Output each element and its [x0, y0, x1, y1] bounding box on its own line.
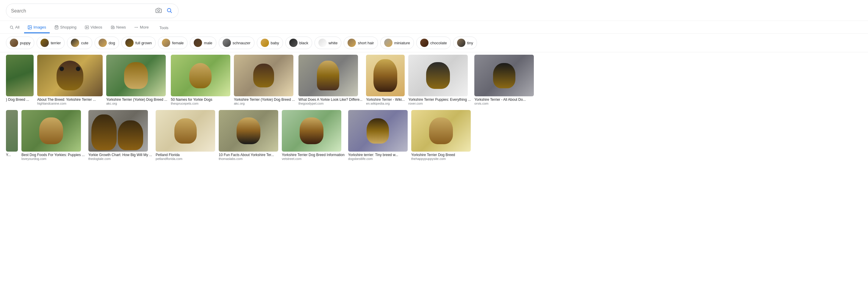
- tab-all[interactable]: All: [6, 22, 23, 33]
- search-submit-button[interactable]: [165, 6, 174, 15]
- search-bar-area: yorkie: [0, 0, 868, 21]
- card-source: petlandflorida.com: [156, 157, 215, 161]
- card-source: thedogtale.com: [88, 157, 152, 161]
- tools-button[interactable]: Tools: [157, 23, 171, 33]
- card-title: Yorkshire Terrier Dog Breed: [411, 153, 471, 157]
- tab-more[interactable]: More: [131, 22, 152, 33]
- card-meta: About The Breed: Yorkshire Terrier ... h…: [37, 96, 103, 105]
- chip-male[interactable]: male: [190, 37, 216, 49]
- chip-white[interactable]: white: [314, 37, 341, 49]
- card-source: akc.org: [234, 102, 295, 105]
- svg-marker-9: [87, 27, 88, 28]
- images-nav-icon: [28, 25, 32, 29]
- tab-videos[interactable]: Videos: [81, 22, 106, 33]
- image-card[interactable]: Y...: [6, 110, 18, 161]
- chip-baby[interactable]: baby: [257, 37, 283, 49]
- chip-full-grown[interactable]: full grown: [121, 37, 156, 49]
- chip-chocolate[interactable]: chocolate: [416, 37, 451, 49]
- card-source: thomaslabs.com: [219, 157, 278, 161]
- card-title: Yorkshire terrier: Tiny breed w...: [348, 153, 408, 157]
- card-meta: Yorkshire Terrier Puppies: Everything ..…: [408, 96, 471, 105]
- svg-rect-8: [85, 26, 89, 29]
- chip-terrier[interactable]: terrier: [37, 37, 65, 49]
- tab-images[interactable]: Images: [24, 22, 50, 33]
- svg-line-4: [12, 28, 13, 29]
- image-card[interactable]: Yorkshire Terrier (Yorkie) Dog Breed ...…: [106, 55, 167, 105]
- card-title: Yorkshire Terrier Puppies: Everything ..…: [408, 98, 471, 102]
- card-source: en.wikipedia.org: [366, 102, 405, 105]
- card-meta: Yorkshire Terrier (Yorkie) Dog Breed ...…: [234, 96, 295, 105]
- chip-female[interactable]: female: [158, 37, 187, 49]
- card-meta: 50 Names for Yorkie Dogs thesprucepets.c…: [171, 96, 230, 105]
- image-card[interactable]: Yorkshire Terrier - All About Do... orvi…: [474, 55, 534, 105]
- image-card[interactable]: Yorkshire terrier: Tiny breed w... dogsb…: [348, 110, 408, 161]
- card-source: loveyourdog.com: [22, 157, 85, 161]
- card-meta: 10 Fun Facts About Yorkshire Ter... thom…: [219, 152, 278, 161]
- chip-thumb-baby: [261, 39, 269, 47]
- card-source: thesprucepets.com: [171, 102, 230, 105]
- image-card[interactable]: 10 Fun Facts About Yorkshire Ter... thom…: [219, 110, 278, 161]
- card-meta: Yorkshire Terrier Dog Breed thehappypupp…: [411, 152, 471, 161]
- chip-thumb-chocolate: [420, 39, 429, 47]
- card-meta: Yorkshire Terrier (Yorkie) Dog Breed ...…: [106, 96, 167, 105]
- search-box[interactable]: yorkie: [6, 4, 179, 18]
- image-card[interactable]: 50 Names for Yorkie Dogs thesprucepets.c…: [171, 55, 230, 105]
- svg-point-12: [135, 27, 135, 27]
- card-title: What Does A Yorkie Look Like? Differe...: [299, 98, 363, 102]
- card-source: vetstreet.com: [282, 157, 345, 161]
- card-title: 10 Fun Facts About Yorkshire Ter...: [219, 153, 278, 157]
- card-title: 50 Names for Yorkie Dogs: [171, 98, 230, 102]
- image-card[interactable]: Yorkie Growth Chart: How Big Will My ...…: [88, 110, 152, 161]
- card-title: Yorkshire Terrier - Wiki...: [366, 98, 405, 102]
- image-card[interactable]: About The Breed: Yorkshire Terrier ... h…: [37, 55, 103, 105]
- card-meta: Yorkshire terrier: Tiny breed w... dogsb…: [348, 152, 408, 161]
- image-card[interactable]: What Does A Yorkie Look Like? Differe...…: [299, 55, 363, 105]
- image-card[interactable]: Yorkshire Terrier - Wiki... en.wikipedia…: [366, 55, 405, 105]
- chip-thumb-miniature: [384, 39, 393, 47]
- card-meta: What Does A Yorkie Look Like? Differe...…: [299, 96, 363, 105]
- chip-black[interactable]: black: [285, 37, 312, 49]
- chip-thumb-terrier: [40, 39, 49, 47]
- card-title: ) Dog Breed ...: [6, 98, 34, 102]
- chip-tiny[interactable]: tiny: [453, 37, 477, 49]
- chip-thumb-fullgrown: [125, 39, 134, 47]
- card-meta: Y...: [6, 152, 18, 157]
- chip-schnauzer[interactable]: schnauzer: [219, 37, 254, 49]
- card-source: thegoodypet.com: [299, 102, 363, 105]
- nav-tabs: All Images Shopping Videos News More Too…: [0, 21, 868, 34]
- card-meta: Yorkie Growth Chart: How Big Will My ...…: [88, 152, 152, 161]
- card-meta: Best Dog Foods For Yorkies: Puppies ... …: [22, 152, 85, 161]
- image-card[interactable]: Yorkshire Terrier (Yorkie) Dog Breed ...…: [234, 55, 295, 105]
- tab-news[interactable]: News: [107, 22, 130, 33]
- camera-search-button[interactable]: [154, 6, 163, 15]
- chip-cute[interactable]: cute: [67, 37, 92, 49]
- image-card[interactable]: ) Dog Breed ...: [6, 55, 34, 105]
- card-title: Petland Florida: [156, 153, 215, 157]
- image-card[interactable]: Yorkshire Terrier Dog Breed thehappypupp…: [411, 110, 471, 161]
- svg-point-14: [137, 27, 138, 27]
- chip-thumb-female: [162, 39, 170, 47]
- chip-dog[interactable]: dog: [95, 37, 119, 49]
- chip-thumb-shorthair: [347, 39, 356, 47]
- card-title: Yorkie Growth Chart: How Big Will My ...: [88, 153, 152, 157]
- image-card[interactable]: Petland Florida petlandflorida.com: [156, 110, 215, 161]
- search-input[interactable]: yorkie: [11, 8, 154, 14]
- image-card[interactable]: Yorkshire Terrier Puppies: Everything ..…: [408, 55, 471, 105]
- search-nav-icon: [9, 25, 14, 29]
- svg-point-0: [158, 10, 160, 12]
- card-meta: Yorkshire Terrier - All About Do... orvi…: [474, 96, 534, 105]
- chip-short-hair[interactable]: short hair: [344, 37, 378, 49]
- card-title: Yorkshire Terrier Dog Breed Information: [282, 153, 345, 157]
- card-title: About The Breed: Yorkshire Terrier ...: [37, 98, 103, 102]
- card-meta: ) Dog Breed ...: [6, 96, 34, 102]
- chip-puppy[interactable]: puppy: [6, 37, 34, 49]
- chip-thumb-dog: [98, 39, 107, 47]
- card-title: Best Dog Foods For Yorkies: Puppies ...: [22, 153, 85, 157]
- tab-shopping[interactable]: Shopping: [51, 22, 80, 33]
- card-title: Yorkshire Terrier (Yorkie) Dog Breed ...: [234, 98, 295, 102]
- card-meta: Yorkshire Terrier Dog Breed Information …: [282, 152, 345, 161]
- chip-thumb-black: [289, 39, 298, 47]
- chip-miniature[interactable]: miniature: [380, 37, 414, 49]
- image-card[interactable]: Yorkshire Terrier Dog Breed Information …: [282, 110, 345, 161]
- image-card[interactable]: Best Dog Foods For Yorkies: Puppies ... …: [22, 110, 85, 161]
